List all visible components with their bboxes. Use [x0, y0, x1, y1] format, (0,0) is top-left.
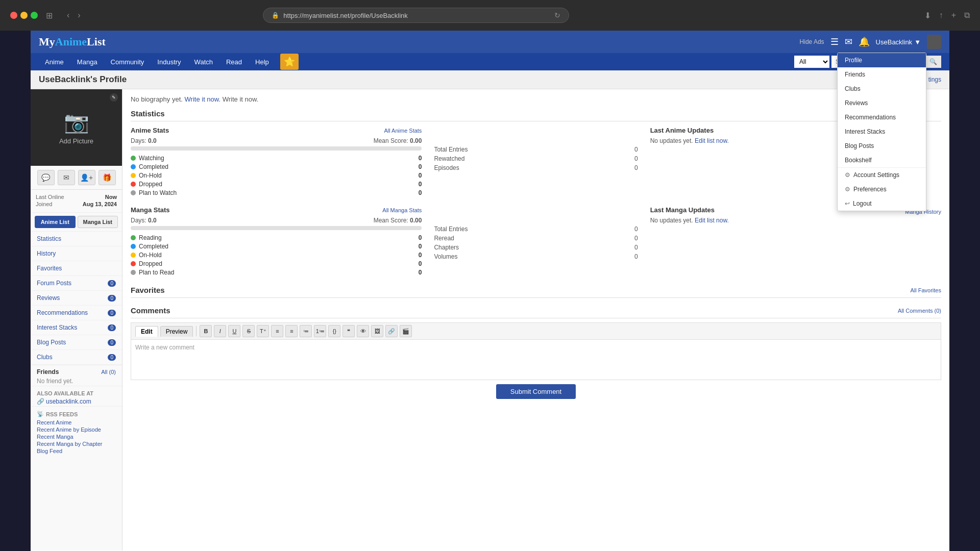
dropdown-item-account-settings[interactable]: ⚙ Account Settings	[838, 168, 926, 182]
bullet-list-button[interactable]: ≔	[300, 325, 312, 337]
new-tab-icon[interactable]: +	[951, 11, 956, 20]
nav-item-industry[interactable]: Industry	[151, 53, 187, 70]
reload-icon[interactable]: ↻	[554, 11, 560, 19]
edit-manga-list-link[interactable]: Edit list now.	[695, 217, 729, 224]
rss-recent-anime-ep[interactable]: Recent Anime by Episode	[37, 427, 116, 433]
traffic-lights	[10, 12, 38, 19]
friends-all-link[interactable]: All (0)	[101, 369, 116, 375]
sidebar-toggle-icon[interactable]: ⊞	[46, 11, 53, 20]
edit-tab[interactable]: Edit	[135, 326, 158, 337]
gift-button[interactable]: 🎁	[99, 170, 116, 185]
search-category-select[interactable]: All Anime Manga	[794, 56, 829, 68]
anime-onhold-row: On-Hold 0	[131, 172, 422, 179]
sidebar-item-clubs[interactable]: Clubs 0	[31, 350, 122, 365]
sidebar-item-recommendations[interactable]: Recommendations 0	[31, 306, 122, 320]
dropdown-item-profile[interactable]: Profile	[838, 53, 926, 67]
dropdown-item-clubs[interactable]: Clubs	[838, 82, 926, 96]
superscript-button[interactable]: T⁺	[257, 325, 269, 337]
image-button[interactable]: 🖼	[371, 325, 383, 337]
interest-stacks-badge: 0	[108, 324, 116, 331]
anime-mean-score: Mean Score: 0.00	[374, 137, 422, 144]
maximize-button[interactable]	[31, 12, 38, 19]
mail-icon[interactable]: ✉	[845, 36, 852, 47]
last-manga-title: Last Manga Updates	[650, 206, 715, 214]
comment-action-button[interactable]: 💬	[37, 170, 55, 185]
align-left-button[interactable]: ≡	[271, 325, 283, 337]
strikethrough-button[interactable]: S	[242, 325, 255, 337]
tabs-overview-icon[interactable]: ⧉	[964, 11, 970, 20]
rss-recent-manga[interactable]: Recent Manga	[37, 434, 116, 440]
dropdown-item-friends[interactable]: Friends	[838, 67, 926, 82]
also-available-section: Also Available at 🔗 usebacklink.com	[31, 386, 122, 406]
nav-item-anime[interactable]: Anime	[39, 53, 70, 70]
message-action-button[interactable]: ✉	[58, 170, 75, 185]
sidebar-item-history[interactable]: History	[31, 246, 122, 261]
quote-button[interactable]: ❝	[342, 325, 355, 337]
sidebar-item-blog-posts[interactable]: Blog Posts 0	[31, 335, 122, 350]
spoiler-button[interactable]: 👁	[357, 325, 369, 337]
preview-tab[interactable]: Preview	[160, 326, 193, 337]
anime-list-button[interactable]: Anime List	[35, 216, 76, 228]
manga-list-button[interactable]: Manga List	[78, 216, 118, 228]
write-bio-link[interactable]: Write it now.	[185, 95, 221, 103]
sidebar-item-reviews[interactable]: Reviews 0	[31, 291, 122, 306]
hide-ads-button[interactable]: Hide Ads	[800, 38, 824, 45]
sidebar-item-forum-posts[interactable]: Forum Posts 0	[31, 276, 122, 291]
dropdown-item-blog-posts[interactable]: Blog Posts	[838, 139, 926, 153]
notification-icon[interactable]: 🔔	[859, 36, 870, 47]
all-anime-stats-link[interactable]: All Anime Stats	[384, 128, 422, 134]
code-button[interactable]: {}	[328, 325, 340, 337]
premium-icon[interactable]: ⭐	[280, 54, 299, 70]
edit-anime-list-link[interactable]: Edit list now.	[695, 137, 729, 144]
ordered-list-button[interactable]: 1≔	[314, 325, 326, 337]
search-button[interactable]: 🔍	[925, 56, 941, 68]
submit-comment-button[interactable]: Submit Comment	[496, 384, 576, 399]
sidebar-item-statistics[interactable]: Statistics	[31, 232, 122, 246]
underline-button[interactable]: U	[228, 325, 240, 337]
minimize-button[interactable]	[20, 12, 28, 19]
sidebar-item-interest-stacks[interactable]: Interest Stacks 0	[31, 320, 122, 335]
manga-onhold-dot	[131, 253, 136, 258]
share-icon[interactable]: ↑	[939, 11, 943, 20]
rss-blog-feed[interactable]: Blog Feed	[37, 448, 116, 454]
dropdown-item-interest-stacks[interactable]: Interest Stacks	[838, 124, 926, 139]
comment-editor[interactable]: Write a new comment	[131, 339, 941, 380]
manga-stats-title: Manga Stats	[131, 206, 170, 214]
all-favorites-link[interactable]: All Favorites	[910, 287, 941, 293]
add-friend-button[interactable]: 👤+	[78, 170, 95, 185]
bold-button[interactable]: B	[200, 325, 212, 337]
video-button[interactable]: 🎬	[400, 325, 412, 337]
nav-item-watch[interactable]: Watch	[188, 53, 219, 70]
rss-recent-anime[interactable]: Recent Anime	[37, 419, 116, 425]
back-button[interactable]: ‹	[65, 9, 71, 22]
rss-recent-manga-ch[interactable]: Recent Manga by Chapter	[37, 441, 116, 447]
site-logo[interactable]: MyAnimeList	[39, 35, 106, 48]
address-bar[interactable]: 🔒 https://myanimelist.net/profile/UseBac…	[263, 8, 569, 23]
sidebar-item-favorites[interactable]: Favorites	[31, 261, 122, 276]
align-right-button[interactable]: ≡	[285, 325, 298, 337]
list-icon[interactable]: ☰	[830, 36, 839, 47]
download-icon[interactable]: ⬇	[924, 11, 931, 20]
dropdown-item-logout[interactable]: ↩ Logout	[838, 196, 926, 211]
profile-picture-area[interactable]: ✎ 📷 Add Picture	[31, 89, 122, 166]
user-avatar[interactable]	[927, 35, 941, 49]
username-button[interactable]: UseBacklink ▼	[876, 38, 921, 46]
italic-button[interactable]: I	[214, 325, 226, 337]
close-button[interactable]	[10, 12, 17, 19]
dropdown-item-reviews[interactable]: Reviews	[838, 96, 926, 110]
nav-item-community[interactable]: Community	[105, 53, 151, 70]
forward-button[interactable]: ›	[76, 9, 82, 22]
nav-item-manga[interactable]: Manga	[71, 53, 104, 70]
all-manga-stats-link[interactable]: All Manga Stats	[382, 207, 422, 213]
dropdown-item-recommendations[interactable]: Recommendations	[838, 110, 926, 124]
nav-item-read[interactable]: Read	[220, 53, 248, 70]
nav-item-help[interactable]: Help	[249, 53, 275, 70]
link-button[interactable]: 🔗	[385, 325, 398, 337]
website-link[interactable]: 🔗 usebacklink.com	[37, 398, 116, 405]
manga-stats-bar	[131, 226, 422, 230]
dropdown-recommendations-label: Recommendations	[845, 114, 896, 121]
dropdown-item-bookshelf[interactable]: Bookshelf	[838, 153, 926, 167]
dropdown-item-preferences[interactable]: ⚙ Preferences	[838, 182, 926, 196]
settings-link[interactable]: tings	[928, 76, 941, 83]
all-comments-link[interactable]: All Comments (0)	[898, 308, 941, 314]
